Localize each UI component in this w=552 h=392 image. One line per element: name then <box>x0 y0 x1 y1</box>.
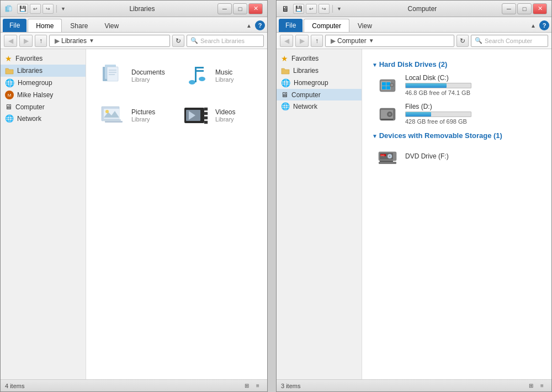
libs-path-folder: Libraries <box>61 37 87 45</box>
libs-share-tab[interactable]: Share <box>62 19 96 32</box>
libs-home-tab[interactable]: Home <box>28 19 62 32</box>
comp-files-d[interactable]: Files (D:) 428 GB free of 698 GB <box>372 99 542 128</box>
comp-grid-view-btn[interactable]: ⊞ <box>526 382 536 390</box>
comp-dvd-drive-f[interactable]: DVD DVD Drive (F:) <box>372 142 542 171</box>
pictures-icon-wrapper <box>99 102 126 129</box>
comp-files-d-icon <box>378 103 400 125</box>
comp-files-d-free: 428 GB free of 698 GB <box>405 118 471 125</box>
libs-path-arrow: ▶ <box>55 37 60 45</box>
computer-title-bar: 🖥 💾 ↩ ↪ ▼ Computer ─ □ ✕ <box>277 1 551 17</box>
comp-local-disk-c[interactable]: Local Disk (C:) 46.8 GB free of 74.1 GB <box>372 71 542 99</box>
libs-videos-item[interactable]: Videos Library <box>179 98 258 133</box>
svg-point-34 <box>391 84 393 86</box>
libs-file-tab[interactable]: File <box>3 19 26 32</box>
comp-forward-btn[interactable]: ▶ <box>295 35 309 47</box>
comp-minimize-btn[interactable]: ─ <box>502 3 516 14</box>
libs-pictures-item[interactable]: Pictures Library <box>95 98 174 133</box>
libs-grid-view-btn[interactable]: ⊞ <box>242 382 252 390</box>
comp-view-tab[interactable]: View <box>349 19 380 32</box>
libs-address-path[interactable]: ▶ Libraries ▼ <box>49 35 170 47</box>
libs-up-btn[interactable]: ↑ <box>35 35 47 47</box>
user-avatar-icon: M <box>5 91 14 99</box>
redo-btn-libs[interactable]: ↪ <box>43 4 54 14</box>
comp-sidebar-network[interactable]: 🌐 Network <box>277 100 362 112</box>
comp-dvd-drive-f-info: DVD Drive (F:) <box>405 152 449 160</box>
comp-ribbon-right: ▲ ? <box>530 20 549 32</box>
comp-removable-section-header[interactable]: Devices with Removable Storage (1) <box>372 128 542 142</box>
qt-arrow-comp[interactable]: ▼ <box>336 5 343 13</box>
docs-icon-wrapper <box>99 62 126 89</box>
comp-dvd-drive-f-icon: DVD <box>378 145 400 167</box>
libs-minimize-btn[interactable]: ─ <box>217 3 232 14</box>
comp-up-btn[interactable]: ↑ <box>311 35 323 47</box>
libs-item-count: 4 items <box>5 383 24 389</box>
libs-sidebar-computer-label: Computer <box>15 103 45 111</box>
comp-hdd-section-header[interactable]: Hard Disk Drives (2) <box>372 57 542 71</box>
libs-sidebar-user[interactable]: M Mike Halsey <box>1 89 86 101</box>
libs-ribbon-chevron[interactable]: ▲ <box>246 23 252 29</box>
undo-btn-libs[interactable]: ↩ <box>30 4 41 14</box>
libs-music-item[interactable]: Music Library <box>179 58 258 93</box>
star-icon: ★ <box>5 54 12 63</box>
comp-view-toggle: ⊞ ≡ <box>526 382 547 390</box>
redo-btn-comp[interactable]: ↪ <box>319 4 330 14</box>
save-btn-libs[interactable]: 💾 <box>17 4 28 14</box>
undo-btn-comp[interactable]: ↩ <box>306 4 317 14</box>
libs-documents-item[interactable]: Documents Library <box>95 58 174 93</box>
libs-sidebar-computer[interactable]: 🖥 Computer <box>1 101 86 113</box>
computer-window: 🖥 💾 ↩ ↪ ▼ Computer ─ □ ✕ File Computer V… <box>276 0 552 392</box>
libs-list-view-btn[interactable]: ≡ <box>253 382 263 390</box>
docs-sub: Library <box>131 76 165 83</box>
comp-computer-tab[interactable]: Computer <box>304 19 349 32</box>
qt-arrow-libs[interactable]: ▼ <box>60 5 67 13</box>
pictures-icon <box>99 102 126 129</box>
libs-back-btn[interactable]: ◀ <box>4 35 17 47</box>
libs-sidebar-homegroup[interactable]: 🌐 Homegroup <box>1 77 86 89</box>
music-icon-wrapper <box>183 62 210 89</box>
pictures-sub: Library <box>131 116 155 123</box>
computer-title: Computer <box>346 5 498 13</box>
comp-refresh-btn[interactable]: ↻ <box>457 35 469 47</box>
svg-rect-39 <box>381 119 393 120</box>
libs-search-icon: 🔍 <box>190 37 198 44</box>
videos-icon-wrapper <box>183 102 210 129</box>
comp-sidebar-homegroup[interactable]: 🌐 Homegroup <box>277 77 362 89</box>
comp-file-tab[interactable]: File <box>279 19 302 32</box>
libs-sidebar-libraries[interactable]: Libraries <box>1 65 86 77</box>
libs-view-tab[interactable]: View <box>96 19 127 32</box>
comp-ribbon-chevron[interactable]: ▲ <box>530 23 536 29</box>
comp-sidebar-computer[interactable]: 🖥 Computer <box>277 89 362 100</box>
comp-help-btn[interactable]: ? <box>539 20 549 30</box>
libs-window-controls: ─ □ ✕ <box>217 3 263 14</box>
libs-search-box[interactable]: 🔍 Search Libraries <box>187 35 264 47</box>
comp-search-box[interactable]: 🔍 Search Computer <box>471 35 548 47</box>
qt-sep-libs <box>56 5 57 13</box>
svg-rect-25 <box>204 116 208 119</box>
libs-forward-btn[interactable]: ▶ <box>19 35 33 47</box>
comp-maximize-btn[interactable]: □ <box>517 3 532 14</box>
folder-icon <box>5 66 14 75</box>
comp-address-path[interactable]: ▶ Computer ▼ <box>325 35 454 47</box>
comp-search-icon: 🔍 <box>475 37 482 44</box>
comp-close-btn[interactable]: ✕ <box>533 3 547 14</box>
comp-back-btn[interactable]: ◀ <box>280 35 293 47</box>
music-icon <box>183 62 210 89</box>
comp-list-view-btn[interactable]: ≡ <box>537 382 547 390</box>
save-btn-comp[interactable]: 💾 <box>293 4 304 14</box>
network-icon: 🌐 <box>5 114 14 123</box>
videos-info: Videos Library <box>215 108 235 123</box>
libs-help-btn[interactable]: ? <box>255 20 265 30</box>
comp-sidebar-network-label: Network <box>293 103 317 110</box>
comp-local-disk-c-name: Local Disk (C:) <box>405 74 471 82</box>
comp-sidebar-libraries[interactable]: Libraries <box>277 65 362 77</box>
comp-sidebar-favorites[interactable]: ★ Favorites <box>277 52 362 65</box>
libs-path-dropdown[interactable]: ▼ <box>89 38 94 44</box>
comp-path-dropdown[interactable]: ▼ <box>369 38 374 44</box>
libraries-title-bar: 💾 ↩ ↪ ▼ Libraries ─ □ ✕ <box>1 1 267 17</box>
comp-search-placeholder: Search Computer <box>485 38 532 44</box>
libs-refresh-btn[interactable]: ↻ <box>172 35 184 47</box>
libs-close-btn[interactable]: ✕ <box>248 3 263 14</box>
libs-maximize-btn[interactable]: □ <box>233 3 247 14</box>
libs-sidebar-favorites[interactable]: ★ Favorites <box>1 52 86 65</box>
libs-sidebar-network[interactable]: 🌐 Network <box>1 113 86 124</box>
